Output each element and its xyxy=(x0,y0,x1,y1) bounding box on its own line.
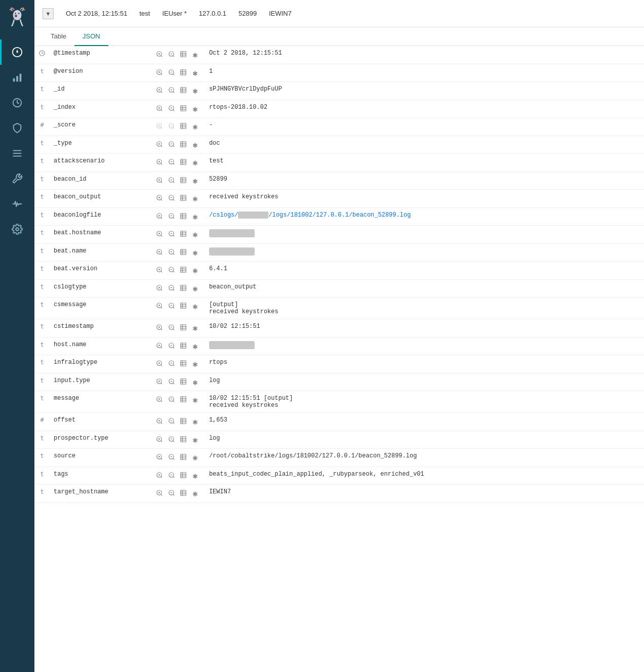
toggle-column-icon[interactable] xyxy=(179,229,188,238)
filter-for-icon[interactable] xyxy=(155,212,164,221)
filter-exists-icon[interactable]: ✱ xyxy=(191,248,200,258)
filter-out-icon[interactable] xyxy=(167,265,176,274)
filter-out-icon[interactable] xyxy=(167,68,176,77)
filter-out-icon[interactable] xyxy=(167,416,176,426)
filter-exists-icon[interactable]: ✱ xyxy=(191,418,200,427)
filter-for-icon[interactable] xyxy=(155,471,164,480)
filter-exists-icon[interactable]: ✱ xyxy=(191,213,200,222)
filter-for-icon[interactable] xyxy=(155,377,164,386)
tab-table[interactable]: Table xyxy=(43,27,74,46)
filter-exists-icon[interactable]: ✱ xyxy=(191,472,200,481)
filter-out-icon[interactable] xyxy=(167,283,176,292)
toggle-column-icon[interactable] xyxy=(179,86,188,95)
filter-exists-icon[interactable]: ✱ xyxy=(191,360,200,369)
filter-out-icon[interactable] xyxy=(167,435,176,444)
filter-for-icon[interactable] xyxy=(155,416,164,426)
filter-for-icon[interactable] xyxy=(155,301,164,310)
filter-out-icon[interactable] xyxy=(167,176,176,185)
toggle-column-icon[interactable] xyxy=(179,395,188,404)
filter-out-icon[interactable] xyxy=(167,229,176,238)
filter-exists-icon[interactable]: ✱ xyxy=(191,396,200,405)
filter-out-icon[interactable] xyxy=(167,301,176,310)
filter-exists-icon[interactable]: ✱ xyxy=(191,303,200,312)
filter-for-icon[interactable] xyxy=(155,359,164,368)
filter-exists-icon[interactable]: ✱ xyxy=(191,51,200,60)
toggle-column-icon[interactable] xyxy=(179,193,188,202)
sidebar-item-dashboard[interactable] xyxy=(0,90,34,115)
filter-out-icon[interactable] xyxy=(167,488,176,497)
filter-exists-icon[interactable]: ✱ xyxy=(191,378,200,387)
filter-out-icon[interactable] xyxy=(167,50,176,59)
filter-exists-icon[interactable]: ✱ xyxy=(191,324,200,333)
filter-out-icon[interactable] xyxy=(167,377,176,386)
toggle-column-icon[interactable] xyxy=(179,359,188,368)
filter-for-icon[interactable] xyxy=(155,68,164,77)
filter-out-icon[interactable] xyxy=(167,193,176,202)
filter-out-icon[interactable] xyxy=(167,452,176,461)
toggle-column-icon[interactable] xyxy=(179,416,188,426)
filter-exists-icon[interactable]: ✱ xyxy=(191,267,200,276)
filter-out-icon[interactable] xyxy=(167,323,176,332)
filter-out-icon[interactable] xyxy=(167,157,176,166)
filter-exists-icon[interactable]: ✱ xyxy=(191,177,200,186)
toggle-column-icon[interactable] xyxy=(179,283,188,292)
filter-out-icon[interactable] xyxy=(167,212,176,221)
filter-out-icon[interactable] xyxy=(167,395,176,404)
filter-for-icon[interactable] xyxy=(155,104,164,113)
filter-out-icon[interactable] xyxy=(167,247,176,257)
filter-for-icon[interactable] xyxy=(155,488,164,497)
toggle-column-icon[interactable] xyxy=(179,247,188,257)
toggle-column-icon[interactable] xyxy=(179,488,188,497)
toggle-column-icon[interactable] xyxy=(179,104,188,113)
filter-exists-icon[interactable]: ✱ xyxy=(191,87,200,96)
toggle-column-icon[interactable] xyxy=(179,471,188,480)
sidebar-item-visualize[interactable] xyxy=(0,65,34,90)
filter-exists-icon[interactable]: ✱ xyxy=(191,284,200,293)
toggle-column-icon[interactable] xyxy=(179,50,188,59)
filter-for-icon[interactable] xyxy=(155,86,164,95)
sidebar-item-list[interactable] xyxy=(0,141,34,166)
toggle-column-icon[interactable] xyxy=(179,452,188,461)
filter-for-icon[interactable] xyxy=(155,323,164,332)
filter-exists-icon[interactable]: ✱ xyxy=(191,141,200,150)
filter-for-icon[interactable] xyxy=(155,435,164,444)
filter-out-icon[interactable] xyxy=(167,86,176,95)
toggle-column-icon[interactable] xyxy=(179,212,188,221)
filter-for-icon[interactable] xyxy=(155,395,164,404)
filter-exists-icon[interactable]: ✱ xyxy=(191,195,200,204)
filter-exists-icon[interactable]: ✱ xyxy=(191,490,200,499)
toggle-column-icon[interactable] xyxy=(179,140,188,149)
toggle-column-icon[interactable] xyxy=(179,157,188,166)
sidebar-item-discover[interactable] xyxy=(0,39,34,65)
filter-out-icon[interactable] xyxy=(167,471,176,480)
sidebar-item-devtools[interactable] xyxy=(0,166,34,191)
filter-exists-icon[interactable]: ✱ xyxy=(191,159,200,168)
toggle-column-icon[interactable] xyxy=(179,323,188,332)
filter-for-icon[interactable] xyxy=(155,341,164,350)
expand-button[interactable]: ▼ xyxy=(43,8,54,19)
sidebar-item-settings[interactable] xyxy=(0,217,34,242)
toggle-column-icon[interactable] xyxy=(179,121,188,131)
filter-for-icon[interactable] xyxy=(155,265,164,274)
filter-exists-icon[interactable]: ✱ xyxy=(191,231,200,240)
filter-for-icon[interactable] xyxy=(155,283,164,292)
toggle-column-icon[interactable] xyxy=(179,341,188,350)
toggle-column-icon[interactable] xyxy=(179,176,188,185)
filter-exists-icon[interactable]: ✱ xyxy=(191,69,200,78)
filter-out-icon[interactable] xyxy=(167,341,176,350)
toggle-column-icon[interactable] xyxy=(179,68,188,77)
filter-for-icon[interactable] xyxy=(155,176,164,185)
sidebar-item-monitoring[interactable] xyxy=(0,191,34,217)
toggle-column-icon[interactable] xyxy=(179,377,188,386)
filter-for-icon[interactable] xyxy=(155,140,164,149)
filter-out-icon[interactable] xyxy=(167,359,176,368)
filter-out-icon[interactable] xyxy=(167,104,176,113)
filter-exists-icon[interactable]: ✱ xyxy=(191,342,200,351)
toggle-column-icon[interactable] xyxy=(179,301,188,310)
filter-for-icon[interactable] xyxy=(155,50,164,59)
filter-out-icon[interactable] xyxy=(167,140,176,149)
tab-json[interactable]: JSON xyxy=(74,27,108,46)
filter-exists-icon[interactable]: ✱ xyxy=(191,105,200,114)
filter-for-icon[interactable] xyxy=(155,452,164,461)
toggle-column-icon[interactable] xyxy=(179,265,188,274)
